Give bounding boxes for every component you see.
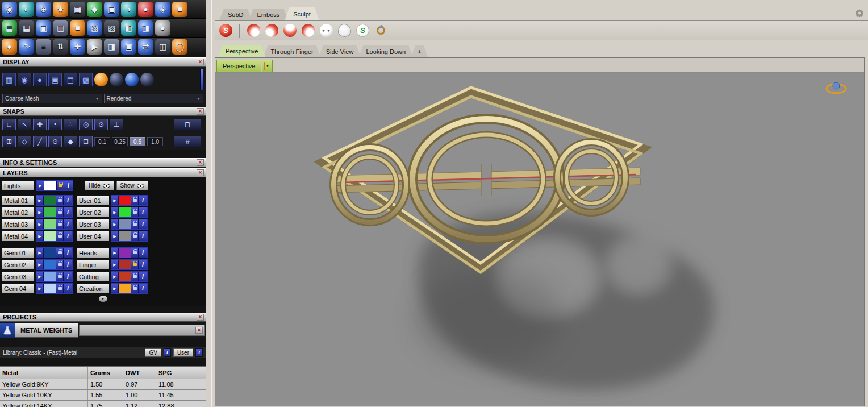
layer-color-swatch[interactable]: [119, 207, 131, 217]
layer-color-swatch[interactable]: [44, 248, 56, 258]
toolbar-icon[interactable]: ◈: [155, 2, 170, 17]
toolbar-icon[interactable]: ▤: [2, 20, 17, 36]
display-mode-icon[interactable]: ▤: [64, 73, 77, 86]
lock-icon[interactable]: [56, 207, 64, 217]
sculpt-tool-icon[interactable]: ● ●: [320, 24, 333, 37]
display-mode-icon[interactable]: ▣: [48, 73, 62, 86]
layer-info-button[interactable]: I: [64, 207, 72, 217]
lights-layer-label[interactable]: Lights: [2, 181, 34, 190]
lock-icon[interactable]: [131, 219, 139, 229]
settings-gear-icon[interactable]: [856, 9, 863, 17]
toolbar-icon[interactable]: ◯: [172, 39, 187, 55]
lock-icon[interactable]: [131, 231, 139, 241]
grid-snap-value[interactable]: 1.0: [147, 137, 163, 146]
arrow-right-icon[interactable]: ▶: [36, 284, 44, 293]
arrow-right-icon[interactable]: ▶: [111, 231, 119, 241]
toolbar-icon[interactable]: ◆: [87, 2, 102, 17]
lock-icon[interactable]: [131, 207, 139, 217]
snap-toggle[interactable]: ∴: [64, 119, 77, 130]
toolbar-icon[interactable]: ⇅: [53, 39, 68, 55]
toolbar-icon[interactable]: ≡: [36, 39, 51, 55]
toolbar-icon[interactable]: ▣: [104, 2, 119, 17]
layer-color-swatch[interactable]: [44, 231, 56, 241]
symmetry-tool-icon[interactable]: S: [356, 24, 369, 37]
toolbar-icon[interactable]: ⇄: [138, 39, 153, 55]
render-sphere-icon[interactable]: [94, 73, 108, 86]
view-tab-perspective[interactable]: Perspective: [218, 45, 265, 57]
display-mode-icon[interactable]: ▩: [79, 73, 93, 86]
sculpt-tool-icon[interactable]: [302, 24, 315, 37]
render-sphere-icon[interactable]: [140, 73, 154, 86]
hide-layers-button[interactable]: Hide: [85, 181, 114, 190]
toolbar-icon[interactable]: ●: [155, 20, 170, 36]
layer-info-button[interactable]: I: [139, 219, 147, 229]
arrow-right-icon[interactable]: ▶: [36, 196, 44, 205]
snap-toggle[interactable]: ◎: [79, 119, 93, 130]
layer-color-swatch[interactable]: [119, 219, 131, 229]
arrow-right-icon[interactable]: ▶: [111, 260, 119, 269]
arrow-right-icon[interactable]: ▶: [37, 181, 44, 190]
add-view-tab-button[interactable]: +: [411, 45, 428, 57]
arrow-right-icon[interactable]: ▶: [36, 231, 44, 241]
snap-toggle[interactable]: ⊟: [79, 136, 93, 147]
layer-info-button[interactable]: I: [64, 272, 72, 281]
toolbar-icon[interactable]: ★: [53, 2, 68, 17]
display-mode-icon[interactable]: ◉: [18, 73, 31, 86]
toolbar-icon[interactable]: ◉: [2, 2, 17, 17]
snap-toggle[interactable]: ◆: [64, 136, 77, 147]
layer-color-swatch[interactable]: [44, 260, 56, 269]
gv-info-button[interactable]: I: [164, 348, 171, 357]
viewport-menu-dropdown[interactable]: ▼: [262, 60, 273, 72]
col-header-metal[interactable]: Metal: [0, 367, 88, 379]
layer-info-button[interactable]: I: [139, 248, 147, 258]
lock-icon[interactable]: [131, 196, 139, 205]
metal-weights-title[interactable]: METAL WEIGHTS: [15, 323, 78, 338]
toolbar-icon[interactable]: ◨: [138, 20, 153, 36]
toolbar-icon[interactable]: ▣: [121, 39, 136, 55]
layer-color-swatch[interactable]: [44, 196, 56, 205]
close-icon[interactable]: ×: [197, 159, 204, 166]
toolbar-icon[interactable]: ▦: [19, 20, 34, 36]
toolbar-icon[interactable]: ↷: [19, 39, 34, 55]
snap-toggle[interactable]: •: [48, 119, 62, 130]
blob-tool-icon[interactable]: [338, 24, 351, 37]
snap-toggle[interactable]: ⊥: [110, 119, 123, 130]
tab-emboss[interactable]: Emboss: [249, 9, 289, 20]
arrow-right-icon[interactable]: ▶: [36, 248, 44, 258]
snap-toggle[interactable]: ∟: [2, 119, 16, 130]
grid-snap-value-selected[interactable]: 0.5: [130, 137, 145, 146]
toolbar-icon[interactable]: ◧: [121, 20, 136, 36]
sculpt-tool-icon[interactable]: [247, 24, 260, 37]
layer-info-button[interactable]: I: [64, 284, 72, 293]
arrow-right-icon[interactable]: ▶: [111, 196, 119, 205]
layer-color-swatch[interactable]: [119, 284, 131, 293]
view-tab-looking-down[interactable]: Looking Down: [358, 45, 413, 57]
collapse-panel-button[interactable]: ▼: [99, 296, 107, 302]
toolbar-icon[interactable]: ◨: [104, 39, 119, 55]
render-sphere-icon[interactable]: [125, 73, 139, 86]
layer-color-swatch[interactable]: [119, 231, 131, 241]
lock-icon[interactable]: [56, 248, 64, 258]
close-icon[interactable]: ×: [197, 169, 204, 176]
col-header-spg[interactable]: SPG: [156, 367, 206, 379]
toolbar-icon[interactable]: ▨: [104, 20, 119, 36]
view-tab-side-view[interactable]: Side View: [319, 45, 361, 57]
arrow-right-icon[interactable]: ▶: [111, 284, 119, 293]
close-icon[interactable]: ×: [197, 108, 204, 115]
layer-color-swatch[interactable]: [119, 260, 131, 269]
snap-toggle[interactable]: ↖: [18, 119, 31, 130]
toolbar-icon[interactable]: ▧: [87, 20, 102, 36]
snap-toggle[interactable]: ⊙: [48, 136, 62, 147]
lock-icon[interactable]: [56, 260, 64, 269]
layer-info-button[interactable]: I: [139, 207, 147, 217]
toolbar-icon[interactable]: ◑: [121, 2, 136, 17]
layer-color-swatch[interactable]: [119, 248, 131, 258]
sculpt-tool-icon[interactable]: [283, 24, 297, 37]
viewport-canvas[interactable]: [215, 73, 864, 406]
layer-info-button[interactable]: I: [139, 272, 147, 281]
snap-toggle[interactable]: ⊙: [94, 119, 108, 130]
toolbar-icon[interactable]: ■: [172, 2, 187, 17]
lock-icon[interactable]: [131, 248, 139, 258]
close-icon[interactable]: ×: [197, 59, 204, 65]
layer-color-swatch[interactable]: [44, 219, 56, 229]
